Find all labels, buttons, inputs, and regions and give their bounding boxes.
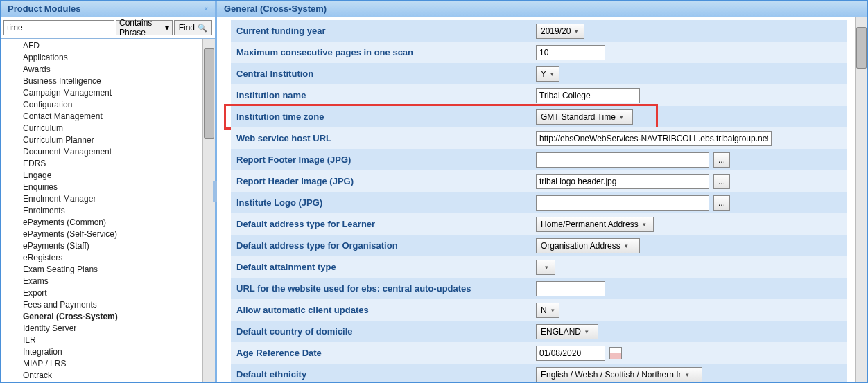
dropdown[interactable]: Y▾ bbox=[536, 66, 559, 82]
settings-panel: General (Cross-System) Current funding y… bbox=[217, 1, 867, 382]
chevron-down-icon: ▾ bbox=[686, 371, 689, 378]
setting-row: Report Header Image (JPG)... bbox=[231, 170, 847, 192]
tree-item[interactable]: Campaign Management bbox=[1, 87, 202, 99]
search-mode-dropdown[interactable]: Contains Phrase ▾ bbox=[116, 20, 173, 35]
browse-button[interactable]: ... bbox=[713, 195, 730, 211]
setting-value: 2019/20▾ bbox=[536, 24, 847, 39]
setting-label: Maximum consecutive pages in one scan bbox=[231, 47, 536, 57]
tree-item[interactable]: Fees and Payments bbox=[1, 299, 202, 311]
setting-value bbox=[536, 88, 847, 103]
tree-item[interactable]: Identity Server bbox=[1, 323, 202, 335]
chevron-down-icon: ▾ bbox=[551, 307, 555, 314]
setting-value: ... bbox=[536, 195, 847, 211]
browse-button[interactable]: ... bbox=[713, 152, 730, 168]
product-modules-title: Product Modules bbox=[8, 3, 80, 14]
chevron-down-icon: ▾ bbox=[643, 221, 646, 228]
setting-label: Age Reference Date bbox=[231, 348, 536, 358]
dropdown[interactable]: GMT Standard Time▾ bbox=[536, 109, 633, 125]
setting-row: URL for the website used for ebs: centra… bbox=[231, 278, 847, 299]
tree-item[interactable]: Curriculum bbox=[1, 123, 202, 134]
scrollbar-right[interactable] bbox=[855, 17, 867, 382]
dropdown[interactable]: English / Welsh / Scottish / Northern Ir… bbox=[536, 367, 702, 382]
setting-value: ... bbox=[536, 152, 847, 168]
tree-item[interactable]: Curriculum Planner bbox=[1, 134, 202, 146]
search-input[interactable] bbox=[3, 20, 114, 35]
setting-label: Default country of domicile bbox=[231, 326, 536, 337]
text-input[interactable] bbox=[536, 45, 605, 60]
tree-item[interactable]: Ontrack Learner bbox=[1, 382, 202, 382]
dropdown[interactable]: Home/Permanent Address▾ bbox=[536, 217, 654, 232]
tree-item[interactable]: EDRS bbox=[1, 158, 202, 170]
tree-item[interactable]: Exam Seating Plans bbox=[1, 264, 202, 276]
setting-label: Web service host URL bbox=[231, 133, 536, 143]
text-input[interactable] bbox=[536, 281, 605, 296]
tree-item[interactable]: ILR bbox=[1, 335, 202, 346]
tree-item[interactable]: Export bbox=[1, 287, 202, 299]
tree-item[interactable]: Contact Management bbox=[1, 111, 202, 123]
setting-value: Y▾ bbox=[536, 66, 847, 82]
browse-button[interactable]: ... bbox=[713, 174, 730, 189]
tree-item[interactable]: Ontrack bbox=[1, 370, 202, 382]
tree-item[interactable]: Exams bbox=[1, 276, 202, 287]
setting-row: Report Footer Image (JPG)... bbox=[231, 149, 847, 170]
text-input[interactable] bbox=[536, 131, 772, 146]
tree-item[interactable]: eRegisters bbox=[1, 252, 202, 264]
setting-value bbox=[536, 346, 847, 361]
tree-item[interactable]: ePayments (Common) bbox=[1, 217, 202, 229]
setting-row: Default country of domicileENGLAND▾ bbox=[231, 321, 847, 342]
tree-item[interactable]: Enquiries bbox=[1, 181, 202, 193]
search-bar: Contains Phrase ▾ Find 🔍 bbox=[1, 17, 215, 39]
text-input[interactable] bbox=[536, 195, 709, 211]
setting-label: Current funding year bbox=[231, 26, 536, 36]
setting-row: Central InstitutionY▾ bbox=[231, 63, 847, 84]
calendar-icon[interactable] bbox=[609, 347, 622, 359]
dropdown[interactable]: ENGLAND▾ bbox=[536, 324, 598, 339]
tree-item[interactable]: Engage bbox=[1, 170, 202, 181]
text-input[interactable] bbox=[536, 174, 709, 189]
setting-label: Default address type for Learner bbox=[231, 219, 536, 229]
product-modules-panel: Product Modules « Contains Phrase ▾ Find… bbox=[1, 1, 217, 382]
tree-item[interactable]: Enrolment Manager bbox=[1, 193, 202, 205]
setting-row: Default address type for LearnerHome/Per… bbox=[231, 213, 847, 235]
chevron-down-icon: ▾ bbox=[545, 264, 548, 271]
tree-item[interactable]: AFD bbox=[1, 40, 202, 52]
setting-label: Default ethnicity bbox=[231, 369, 536, 380]
dropdown[interactable]: Organisation Address▾ bbox=[536, 238, 640, 253]
setting-value bbox=[536, 45, 847, 60]
setting-label: Central Institution bbox=[231, 69, 536, 79]
text-input[interactable] bbox=[536, 152, 709, 168]
setting-label: URL for the website used for ebs: centra… bbox=[231, 283, 536, 294]
tree-item[interactable]: Business Intelligence bbox=[1, 75, 202, 87]
tree-item[interactable]: Integration bbox=[1, 346, 202, 358]
tree-item[interactable]: General (Cross-System) bbox=[1, 311, 202, 323]
module-tree[interactable]: AFDApplicationsAwardsBusiness Intelligen… bbox=[1, 39, 202, 382]
setting-value: N▾ bbox=[536, 303, 847, 318]
collapse-icon[interactable]: « bbox=[204, 5, 208, 12]
tree-item[interactable]: ePayments (Self-Service) bbox=[1, 229, 202, 240]
setting-value bbox=[536, 281, 847, 296]
tree-item[interactable]: Document Management bbox=[1, 146, 202, 158]
dropdown[interactable]: ▾ bbox=[536, 260, 555, 275]
tree-item[interactable]: MIAP / LRS bbox=[1, 358, 202, 370]
product-modules-header: Product Modules « bbox=[1, 1, 215, 17]
setting-value: Organisation Address▾ bbox=[536, 238, 847, 253]
setting-row: Institute Logo (JPG)... bbox=[231, 192, 847, 213]
setting-value: ENGLAND▾ bbox=[536, 324, 847, 339]
chevron-down-icon: ▾ bbox=[625, 242, 628, 249]
date-input[interactable] bbox=[536, 346, 605, 361]
tree-item[interactable]: Applications bbox=[1, 52, 202, 64]
scrollbar-thumb[interactable] bbox=[204, 48, 214, 139]
scrollbar-thumb[interactable] bbox=[856, 27, 867, 69]
find-button[interactable]: Find 🔍 bbox=[174, 20, 212, 35]
tree-item[interactable]: Enrolments bbox=[1, 205, 202, 217]
dropdown[interactable]: N▾ bbox=[536, 303, 559, 318]
text-input[interactable] bbox=[536, 88, 640, 103]
scrollbar-left[interactable] bbox=[202, 39, 215, 382]
dropdown[interactable]: 2019/20▾ bbox=[536, 24, 584, 39]
tree-item[interactable]: ePayments (Staff) bbox=[1, 240, 202, 252]
setting-value bbox=[536, 131, 847, 146]
tree-item[interactable]: Configuration bbox=[1, 99, 202, 111]
tree-item[interactable]: Awards bbox=[1, 64, 202, 75]
setting-label: Institution name bbox=[231, 90, 536, 100]
setting-row: Web service host URL bbox=[231, 127, 847, 149]
